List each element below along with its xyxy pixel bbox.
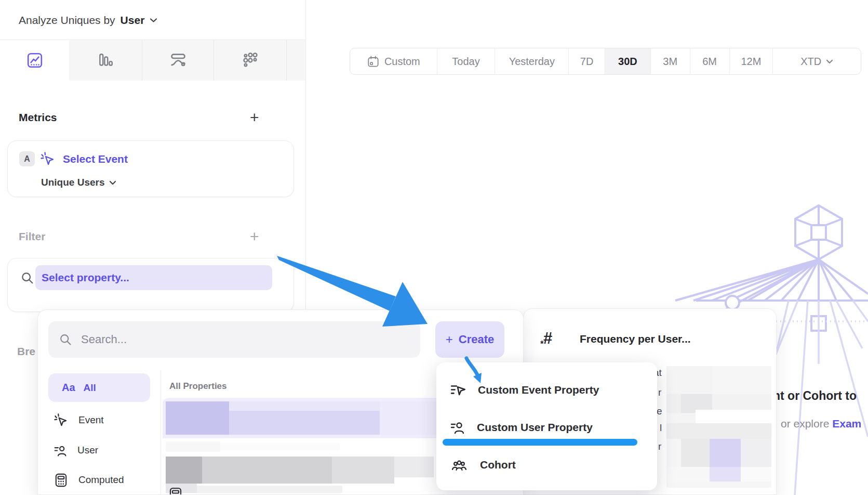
category-event[interactable]: Event	[48, 410, 163, 431]
tab-flows[interactable]	[142, 40, 213, 81]
menu-item-label: Custom User Property	[477, 421, 593, 434]
numeric-property-icon: #*	[543, 330, 562, 350]
tab-strip-filler	[286, 40, 305, 81]
date-option-label: 30D	[618, 56, 637, 68]
redacted-block	[202, 457, 332, 484]
aggregation-dropdown[interactable]: Unique Users	[41, 175, 116, 190]
date-option-label: Today	[452, 56, 479, 68]
property-list-header: All Properties	[169, 381, 227, 392]
category-label: User	[77, 445, 98, 456]
plus-icon: +	[446, 332, 453, 347]
search-icon	[59, 333, 73, 347]
menu-item-custom-user-property[interactable]: Custom User Property	[450, 419, 647, 436]
analysis-header: Analyze Uniques by User	[19, 12, 157, 28]
redacted-text-fragment: l	[660, 422, 662, 434]
redacted-block	[666, 481, 771, 488]
custom-event-property-icon	[450, 382, 466, 398]
redacted-block	[710, 467, 741, 481]
redacted-block	[394, 457, 434, 477]
redacted-block	[712, 394, 771, 410]
panel-divider	[305, 0, 306, 309]
metrics-section-title: Metrics	[19, 111, 57, 124]
frequency-panel-title: Frequency per User...	[580, 330, 691, 345]
date-option-label: 3M	[663, 56, 677, 68]
redacted-block	[681, 439, 710, 467]
category-all-selected[interactable]: Aa All	[48, 373, 150, 402]
date-option-label: XTD	[800, 56, 821, 68]
redacted-block	[166, 441, 220, 452]
metric-card[interactable]: A Select Event Unique Users	[7, 140, 294, 197]
bar-chart-icon	[97, 52, 114, 69]
property-search-input[interactable]: Search...	[48, 321, 420, 358]
redacted-block	[332, 457, 394, 484]
date-option-yesterday[interactable]: Yesterday	[495, 48, 569, 74]
category-user[interactable]: User	[48, 440, 163, 461]
cohort-group-icon	[450, 457, 469, 473]
tab-retention[interactable]	[213, 40, 286, 81]
tab-insights[interactable]	[0, 40, 69, 81]
create-button[interactable]: + Create	[435, 321, 504, 358]
add-metric-button[interactable]: +	[250, 110, 259, 125]
date-option-today[interactable]: Today	[437, 48, 496, 74]
redacted-block	[220, 443, 340, 450]
redacted-block	[710, 439, 741, 467]
flows-icon	[169, 51, 187, 69]
category-label: Computed	[78, 474, 124, 486]
examples-link-fragment[interactable]: Exam	[832, 418, 861, 429]
chevron-down-icon	[826, 59, 833, 64]
redacted-block	[197, 486, 342, 493]
empty-state-subtext-prefix: or explore	[781, 418, 832, 429]
select-event-button[interactable]: Select Event	[63, 152, 128, 166]
create-menu: Custom Event Property Custom User Proper…	[436, 362, 657, 490]
date-option-7d[interactable]: 7D	[569, 48, 605, 74]
custom-user-property-icon	[450, 420, 465, 435]
redacted-block	[666, 366, 712, 394]
search-icon	[20, 271, 35, 285]
redacted-block	[741, 439, 771, 467]
user-property-icon	[54, 444, 68, 458]
tab-bar-chart[interactable]	[69, 40, 142, 81]
menu-item-cohort[interactable]: Cohort	[450, 456, 647, 474]
chart-type-tabs	[0, 40, 305, 81]
menu-item-label: Cohort	[480, 459, 516, 471]
date-option-30d-selected[interactable]: 30D	[605, 48, 651, 74]
category-computed[interactable]: Computed	[48, 470, 163, 490]
filter-card: Select property...	[7, 258, 294, 312]
event-spark-cursor-icon	[40, 151, 56, 167]
list-divider	[161, 370, 161, 495]
redacted-block	[666, 394, 681, 413]
redacted-block	[229, 411, 380, 435]
series-badge: A	[19, 151, 35, 166]
aggregation-label: Unique Users	[41, 177, 104, 188]
menu-item-label: Custom Event Property	[478, 384, 599, 396]
redacted-block	[166, 457, 202, 484]
date-option-custom[interactable]: Custom	[350, 48, 437, 74]
category-label: All	[84, 382, 96, 394]
chevron-down-icon	[109, 180, 116, 185]
date-range-picker: Custom Today Yesterday 7D 30D 3M 6M 12M …	[350, 48, 861, 75]
date-option-label: 7D	[580, 56, 594, 68]
date-option-label: 12M	[741, 56, 761, 68]
redacted-block	[696, 410, 771, 423]
add-filter-button[interactable]: +	[250, 229, 259, 244]
date-option-12m[interactable]: 12M	[730, 48, 773, 74]
create-button-label: Create	[459, 333, 494, 346]
breakdown-section-title-fragment: Bre	[17, 345, 35, 358]
empty-state-heading-fragment: nt or Cohort to	[773, 389, 857, 403]
analysis-entity-dropdown[interactable]: User	[121, 14, 145, 27]
line-chart-icon	[26, 52, 43, 69]
date-option-label: 6M	[702, 56, 717, 68]
select-property-input[interactable]: Select property...	[35, 265, 272, 290]
chevron-down-icon[interactable]	[150, 18, 157, 23]
redacted-block	[712, 366, 771, 394]
menu-item-custom-event-property[interactable]: Custom Event Property	[450, 381, 647, 399]
dots-grid-icon	[242, 51, 259, 69]
redacted-block	[229, 401, 380, 411]
date-option-6m[interactable]: 6M	[690, 48, 730, 74]
analysis-header-label: Analyze Uniques by	[19, 14, 115, 27]
date-option-xtd[interactable]: XTD	[773, 48, 861, 74]
date-option-label: Yesterday	[509, 56, 555, 68]
date-option-3m[interactable]: 3M	[651, 48, 690, 74]
search-placeholder: Search...	[81, 333, 127, 346]
redacted-block	[741, 467, 771, 481]
